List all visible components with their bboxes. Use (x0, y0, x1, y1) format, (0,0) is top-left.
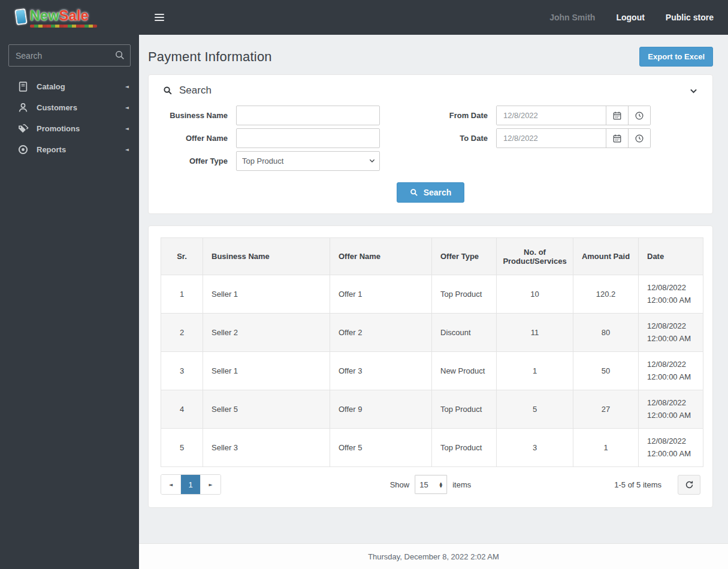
items-range-label: 1-5 of 5 items (614, 480, 661, 489)
search-icon (410, 188, 418, 197)
page-number-button[interactable]: 1 (181, 475, 201, 494)
col-header-offer-name: Offer Name (330, 238, 432, 275)
sidebar-search-input[interactable] (8, 44, 131, 67)
tags-icon (17, 123, 29, 134)
search-button[interactable]: Search (397, 182, 465, 203)
cell-sr: 1 (161, 275, 203, 314)
search-panel-title: Search (179, 85, 212, 97)
search-form: Business Name Offer Name Offer Type Top (163, 106, 698, 174)
business-name-label: Business Name (163, 111, 228, 120)
hamburger-menu-icon[interactable] (155, 12, 164, 23)
chevron-left-icon: ◄ (125, 84, 129, 89)
cell-date: 12/08/202212:00:00 AM (639, 352, 703, 390)
page-header: Payment Information Export to Excel (148, 47, 713, 67)
col-header-count: No. of Product/Services (497, 238, 573, 275)
search-icon (163, 86, 173, 95)
cell-sr: 4 (161, 390, 203, 429)
cell-offer-name: Offer 1 (330, 275, 432, 314)
app-window: NewSale Catalog ◄ (0, 0, 728, 569)
sidebar-item-label: Promotions (37, 124, 80, 133)
prev-page-button[interactable]: ◄ (161, 475, 181, 494)
cell-business-name: Seller 5 (203, 390, 330, 429)
calendar-icon[interactable] (606, 106, 628, 125)
offer-type-label: Offer Type (163, 156, 228, 165)
sidebar-item-label: Reports (37, 145, 66, 154)
page-size-select[interactable]: 15 ▲▼ (415, 475, 447, 494)
offer-type-select[interactable]: Top Product (236, 151, 380, 171)
cell-sr: 3 (161, 352, 203, 390)
cell-offer-name: Offer 2 (330, 314, 432, 352)
next-page-button[interactable]: ► (201, 475, 220, 494)
logout-link[interactable]: Logout (616, 13, 644, 22)
logo-tagline-strip (30, 25, 97, 28)
cell-offer-type: Discount (432, 314, 497, 352)
clock-icon[interactable] (628, 129, 650, 147)
cell-date: 12/08/202212:00:00 AM (639, 390, 703, 429)
search-button-label: Search (424, 188, 452, 197)
brand-logo-new: New (30, 8, 59, 23)
brand-logo-icon (14, 8, 27, 25)
sidebar-item-customers[interactable]: Customers ◄ (0, 97, 139, 118)
cell-offer-name: Offer 3 (330, 352, 432, 390)
sidebar-item-catalog[interactable]: Catalog ◄ (0, 76, 139, 97)
cell-count: 3 (497, 429, 573, 467)
sidebar-item-reports[interactable]: Reports ◄ (0, 139, 139, 160)
to-date-field[interactable] (497, 129, 606, 147)
table-footer: ◄ 1 ► Show 15 ▲▼ items 1-5 of 5 items (161, 474, 700, 495)
cell-amount: 27 (573, 390, 639, 429)
from-date-field[interactable] (497, 106, 606, 125)
table-row: 5 Seller 3 Offer 5 Top Product 3 1 12/08… (161, 429, 703, 467)
cell-business-name: Seller 1 (203, 352, 330, 390)
topbar-links: John Smith Logout Public store (549, 13, 714, 22)
items-label: items (452, 480, 471, 489)
table-header-row: Sr. Business Name Offer Name Offer Type … (161, 238, 703, 275)
export-to-excel-button[interactable]: Export to Excel (639, 47, 713, 67)
search-panel: Search Business Name Offe (148, 74, 713, 214)
cell-date: 12/08/202212:00:00 AM (639, 429, 703, 467)
cell-business-name: Seller 1 (203, 275, 330, 314)
cell-sr: 2 (161, 314, 203, 352)
brand-logo[interactable]: NewSale (0, 0, 139, 37)
sidebar-item-label: Catalog (37, 82, 65, 91)
cell-business-name: Seller 2 (203, 314, 330, 352)
cell-date: 12/08/202212:00:00 AM (639, 275, 703, 314)
chevron-left-icon: ◄ (125, 126, 129, 131)
from-date-group (496, 106, 651, 125)
chevron-down-icon[interactable] (689, 86, 698, 95)
business-name-field[interactable] (236, 106, 380, 125)
content-area: Payment Information Export to Excel Sear… (139, 35, 728, 543)
sidebar-item-label: Customers (37, 103, 77, 112)
chevron-left-icon: ◄ (125, 147, 129, 152)
calendar-icon[interactable] (606, 129, 628, 147)
sidebar: NewSale Catalog ◄ (0, 0, 139, 569)
col-header-sr: Sr. (161, 238, 203, 275)
to-date-group (496, 128, 651, 148)
sidebar-menu: Catalog ◄ Customers ◄ (0, 76, 139, 160)
clock-icon[interactable] (628, 106, 650, 125)
cell-offer-type: Top Product (432, 429, 497, 467)
table-row: 3 Seller 1 Offer 3 New Product 1 50 12/0… (161, 352, 703, 390)
from-date-label: From Date (410, 111, 488, 120)
sidebar-item-promotions[interactable]: Promotions ◄ (0, 118, 139, 139)
to-date-label: To Date (410, 134, 488, 143)
topbar: John Smith Logout Public store (139, 0, 728, 35)
cell-amount: 80 (573, 314, 639, 352)
cell-count: 5 (497, 390, 573, 429)
public-store-link[interactable]: Public store (666, 13, 714, 22)
show-label: Show (390, 480, 410, 489)
footer: Thursday, December 8, 2022 2:02 AM (139, 543, 728, 569)
offer-name-field[interactable] (236, 128, 380, 148)
page-title: Payment Information (148, 49, 272, 65)
cell-offer-type: Top Product (432, 390, 497, 429)
col-header-amount-paid: Amount Paid (573, 238, 639, 275)
record-circle-icon (17, 144, 29, 155)
main-column: John Smith Logout Public store Payment I… (139, 0, 728, 569)
cell-offer-name: Offer 9 (330, 390, 432, 429)
table-row: 2 Seller 2 Offer 2 Discount 11 80 12/08/… (161, 314, 703, 352)
pagination: ◄ 1 ► (161, 474, 221, 495)
cell-amount: 1 (573, 429, 639, 467)
refresh-button[interactable] (678, 475, 700, 495)
cell-amount: 50 (573, 352, 639, 390)
cell-count: 11 (497, 314, 573, 352)
cell-date: 12/08/202212:00:00 AM (639, 314, 703, 352)
